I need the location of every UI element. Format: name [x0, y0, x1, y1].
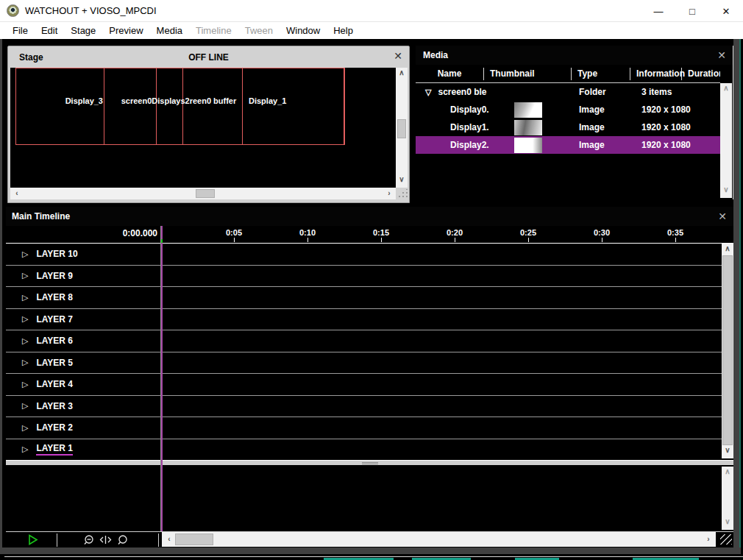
stage-display-screen0-buffer[interactable] — [183, 68, 243, 144]
stage-close-icon[interactable]: ✕ — [394, 51, 402, 61]
column-header-type[interactable]: Type — [572, 68, 630, 80]
close-button[interactable]: ✕ — [709, 0, 743, 22]
media-close-icon[interactable]: ✕ — [717, 50, 726, 60]
scroll-up-icon[interactable]: ∧ — [720, 85, 732, 95]
minimize-button[interactable]: — — [641, 0, 675, 22]
layer-expand-icon[interactable]: ▷ — [22, 271, 28, 280]
stage-display-2[interactable] — [157, 68, 183, 144]
layer-row-3[interactable]: ▷ LAYER 3 — [6, 396, 733, 418]
scroll-thumb[interactable] — [722, 255, 733, 445]
stage-resize-grip-icon[interactable] — [398, 189, 408, 198]
window-frame-right[interactable] — [733, 39, 741, 554]
media-row[interactable]: Display0. Image 1920 x 1080 — [416, 101, 720, 118]
zoom-fit-icon[interactable] — [99, 534, 112, 545]
layer-label: LAYER 3 — [36, 401, 73, 411]
menu-window[interactable]: Window — [280, 24, 327, 38]
layer-row-4[interactable]: ▷ LAYER 4 — [6, 374, 733, 396]
menu-preview[interactable]: Preview — [102, 24, 149, 38]
layer-row-10[interactable]: ▷ LAYER 10 — [6, 244, 733, 266]
column-header-name[interactable]: Name — [416, 68, 484, 80]
layer-label: LAYER 9 — [36, 271, 73, 281]
layer-label: LAYER 6 — [36, 336, 73, 346]
layer-row-6[interactable]: ▷ LAYER 6 — [6, 330, 733, 352]
layer-expand-icon[interactable]: ▷ — [22, 358, 28, 367]
scroll-thumb[interactable] — [196, 189, 215, 198]
timeline-vertical-scrollbar[interactable]: ∧ ∨ — [722, 244, 733, 458]
media-vertical-scrollbar[interactable]: ∧ ∨ — [720, 83, 732, 198]
menu-edit[interactable]: Edit — [35, 24, 64, 38]
menu-media[interactable]: Media — [150, 24, 189, 38]
scroll-down-icon[interactable]: ∨ — [722, 447, 733, 457]
layer-expand-icon[interactable]: ▷ — [22, 423, 28, 433]
folder-expander-icon[interactable]: ▽ — [425, 88, 431, 97]
watchout-app-icon — [7, 4, 19, 17]
layer-row-7[interactable]: ▷ LAYER 7 — [6, 309, 733, 331]
layer-expand-icon[interactable]: ▷ — [22, 314, 28, 324]
media-row[interactable]: Display1. Image 1920 x 1080 — [416, 118, 720, 136]
splitter-handle-icon[interactable] — [362, 462, 378, 464]
layer-label: LAYER 8 — [36, 292, 73, 302]
layer-row-5[interactable]: ▷ LAYER 5 — [6, 352, 733, 375]
layer-row-2[interactable]: ▷ LAYER 2 — [6, 417, 733, 439]
maximize-button[interactable]: □ — [675, 0, 709, 22]
scroll-up-icon[interactable]: ∧ — [722, 468, 733, 478]
media-row-folder[interactable]: ▽ screen0 ble Folder 3 items — [416, 83, 720, 101]
scroll-right-icon[interactable]: › — [384, 190, 394, 200]
timeline-horizontal-scrollbar[interactable]: ‹ › — [162, 532, 716, 547]
tween-vertical-scrollbar[interactable]: ∧ ∨ — [722, 467, 733, 530]
stage-vertical-scrollbar[interactable]: ∧ ∨ — [396, 68, 408, 188]
layer-expand-icon[interactable]: ▷ — [22, 336, 28, 346]
background-window-artifact — [4, 556, 743, 557]
stage-display-screen0[interactable] — [104, 68, 157, 144]
pane-splitter[interactable] — [6, 460, 733, 465]
timeline-titlebar[interactable]: Main Timeline ✕ — [6, 207, 733, 226]
menu-stage[interactable]: Stage — [64, 24, 102, 38]
scroll-up-icon[interactable]: ∧ — [722, 245, 733, 255]
timeline-close-icon[interactable]: ✕ — [718, 211, 727, 221]
layer-expand-icon[interactable]: ▷ — [22, 249, 28, 259]
stage-titlebar[interactable]: Stage OFF LINE ✕ — [8, 46, 409, 68]
stage-canvas[interactable]: Display_3 screen0Displays2reen0 buffer D… — [10, 68, 396, 188]
timeline-resize-grip-icon[interactable] — [720, 534, 732, 545]
play-button[interactable] — [28, 534, 38, 548]
column-header-duration[interactable]: Duration — [682, 68, 720, 80]
scroll-thumb[interactable] — [175, 534, 213, 545]
ruler-tick: 0:10 — [285, 226, 330, 239]
toolbar-divider — [158, 534, 159, 547]
scroll-down-icon[interactable]: ∨ — [396, 176, 408, 186]
scroll-right-icon[interactable]: › — [703, 536, 714, 546]
column-header-information[interactable]: Information — [630, 68, 682, 80]
menu-help[interactable]: Help — [327, 24, 360, 38]
layer-row-1-active[interactable]: ▷ LAYER 1 — [6, 439, 733, 461]
layer-expand-icon[interactable]: ▷ — [22, 380, 28, 389]
zoom-controls — [83, 534, 128, 545]
scroll-up-icon[interactable]: ∧ — [396, 69, 408, 79]
stage-display-1[interactable] — [243, 68, 344, 144]
layer-expand-icon[interactable]: ▷ — [22, 293, 28, 302]
stage-horizontal-scrollbar[interactable]: ‹ › — [10, 188, 396, 199]
media-row-selected[interactable]: Display2. Image 1920 x 1080 — [416, 136, 720, 154]
layer-row-9[interactable]: ▷ LAYER 9 — [6, 266, 733, 288]
menu-file[interactable]: File — [6, 24, 35, 38]
media-information: 1920 x 1080 — [630, 104, 682, 115]
titlebar: WATCHOUT + VIOSO_MPCDI — □ ✕ — [0, 0, 743, 22]
scroll-down-icon[interactable]: ∨ — [722, 518, 733, 528]
scroll-thumb[interactable] — [397, 119, 406, 138]
scroll-down-icon[interactable]: ∨ — [720, 186, 732, 196]
media-titlebar[interactable]: Media ✕ — [416, 46, 733, 65]
stage-display-3[interactable] — [16, 68, 104, 144]
window-frame-bottom[interactable] — [0, 547, 741, 554]
playhead-line[interactable] — [161, 226, 163, 531]
timeline-ruler[interactable]: 0:00.000 0:05 0:10 0:15 0:20 0:25 0:30 0… — [6, 226, 733, 243]
media-information: 1920 x 1080 — [630, 122, 682, 132]
tween-pane[interactable]: ∧ ∨ — [6, 465, 733, 531]
zoom-in-icon[interactable] — [117, 534, 128, 545]
layer-expand-icon[interactable]: ▷ — [22, 401, 28, 411]
scroll-left-icon[interactable]: ‹ — [164, 536, 174, 546]
layer-expand-icon[interactable]: ▷ — [22, 444, 28, 454]
column-header-thumbnail[interactable]: Thumbnail — [484, 68, 572, 80]
zoom-out-icon[interactable] — [83, 534, 94, 545]
app-window: WATCHOUT + VIOSO_MPCDI — □ ✕ File Edit S… — [0, 0, 743, 554]
scroll-left-icon[interactable]: ‹ — [12, 190, 22, 200]
layer-row-8[interactable]: ▷ LAYER 8 — [6, 287, 733, 309]
